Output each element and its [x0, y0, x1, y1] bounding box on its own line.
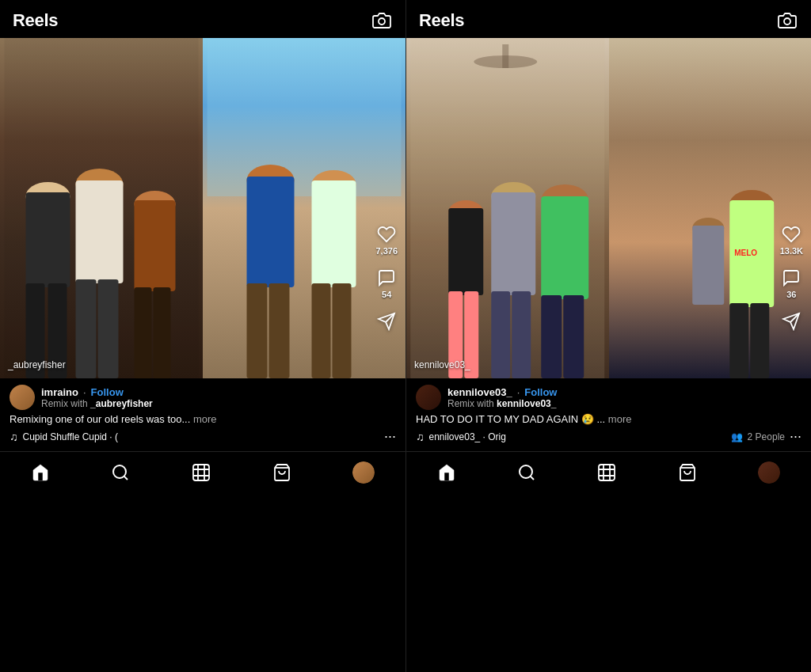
- remix-handle-1[interactable]: _aubreyfisher: [90, 398, 153, 409]
- action-buttons-1: 7,376 54: [375, 225, 398, 331]
- comment-count-2: 36: [786, 290, 796, 299]
- nav-home-1[interactable]: [21, 460, 59, 485]
- follow-button-2[interactable]: Follow: [524, 386, 557, 398]
- like-button-2[interactable]: 13.3K: [780, 225, 803, 256]
- comment-button-2[interactable]: 36: [782, 268, 801, 299]
- svg-rect-18: [269, 283, 290, 378]
- video-split-1[interactable]: _aubreyfisher: [0, 38, 406, 378]
- svg-rect-9: [98, 279, 119, 378]
- svg-rect-49: [729, 303, 748, 378]
- nav-reels-2[interactable]: [588, 460, 626, 485]
- video-username-left-2: kennilove03_: [414, 359, 470, 370]
- like-count-1: 7,376: [375, 246, 398, 256]
- avatar-2[interactable]: [416, 385, 441, 410]
- user-row-2: kennilove03_ · Follow Remix with kennilo…: [416, 385, 801, 410]
- user-info-1: imraino · Follow Remix with _aubreyfishe…: [41, 386, 396, 409]
- svg-rect-14: [208, 38, 402, 196]
- svg-point-54: [520, 465, 532, 478]
- header-1: Reels: [0, 0, 406, 38]
- nav-shop-1[interactable]: [263, 460, 301, 485]
- video-split-2[interactable]: kennilove03_ MELO: [406, 38, 811, 378]
- music-text-1[interactable]: Cupid Shuffle Cupid · (: [23, 431, 379, 442]
- profile-avatar-image-nav-2: [758, 461, 780, 484]
- phone-panel-2: Reels: [406, 0, 811, 672]
- bottom-nav-2: [406, 451, 811, 496]
- music-text-2[interactable]: ennilove03_ · Orig: [429, 431, 726, 442]
- comment-count-1: 54: [382, 290, 391, 299]
- more-dots-2[interactable]: ···: [790, 428, 801, 445]
- more-dots-1[interactable]: ···: [384, 428, 396, 445]
- header-title-1: Reels: [13, 10, 58, 31]
- nav-search-1[interactable]: [101, 460, 139, 485]
- svg-rect-42: [541, 196, 588, 299]
- more-link-2[interactable]: more: [608, 413, 632, 425]
- share-button-1[interactable]: [377, 312, 396, 331]
- avatar-image-2: [416, 385, 441, 410]
- caption-text-2: HAD TO DO IT TO MY DAD AGAIN 😢 ...: [416, 413, 605, 425]
- camera-icon-2[interactable]: [776, 9, 798, 32]
- remix-text-1: Remix with _aubreyfisher: [41, 398, 396, 409]
- svg-line-26: [124, 476, 128, 480]
- svg-rect-40: [512, 291, 531, 378]
- nav-reels-1[interactable]: [182, 460, 220, 485]
- music-row-2: ♫ ennilove03_ · Orig 👥 2 People ···: [416, 428, 801, 445]
- header-2: Reels: [406, 0, 811, 38]
- bottom-nav-1: [0, 451, 406, 496]
- svg-rect-43: [541, 295, 562, 378]
- svg-point-25: [113, 465, 126, 478]
- nav-profile-2[interactable]: [748, 458, 790, 487]
- comment-button-1[interactable]: 54: [377, 268, 396, 299]
- caption-1: Remixing one of our old reels was too...…: [10, 413, 396, 425]
- dot-2: ·: [517, 386, 520, 398]
- avatar-1[interactable]: [10, 385, 35, 410]
- username-1[interactable]: imraino: [41, 386, 78, 398]
- video-left-2[interactable]: kennilove03_: [406, 38, 609, 378]
- more-link-1[interactable]: more: [193, 413, 217, 425]
- music-row-1: ♫ Cupid Shuffle Cupid · ( ···: [10, 428, 396, 445]
- svg-rect-27: [193, 465, 209, 480]
- nav-shop-2[interactable]: [668, 460, 706, 485]
- like-count-2: 13.3K: [780, 246, 803, 256]
- nav-search-2[interactable]: [508, 460, 546, 485]
- svg-rect-39: [491, 291, 510, 378]
- follow-button-1[interactable]: Follow: [91, 386, 124, 398]
- svg-rect-3: [26, 192, 70, 287]
- people-icon-2: 👥: [731, 431, 743, 442]
- svg-rect-16: [247, 177, 295, 287]
- username-2[interactable]: kennilove03_: [447, 386, 512, 398]
- video-right-2[interactable]: MELO 13.3K 36: [609, 38, 812, 378]
- nav-profile-1[interactable]: [343, 458, 384, 487]
- music-icon-2: ♫: [416, 431, 425, 443]
- svg-rect-38: [491, 192, 535, 295]
- svg-rect-56: [599, 465, 615, 480]
- caption-2: HAD TO DO IT TO MY DAD AGAIN 😢 ... more: [416, 413, 801, 425]
- profile-avatar-nav-2[interactable]: [758, 461, 780, 484]
- svg-rect-32: [502, 44, 508, 68]
- profile-avatar-nav-1[interactable]: [352, 461, 375, 484]
- camera-icon-1[interactable]: [371, 9, 393, 32]
- svg-rect-8: [76, 279, 97, 378]
- share-button-2[interactable]: [782, 312, 801, 331]
- video-right-1[interactable]: 7,376 54: [203, 38, 406, 378]
- header-title-2: Reels: [419, 10, 464, 31]
- user-info-2: kennilove03_ · Follow Remix with kennilo…: [447, 386, 801, 409]
- people-text-2: 2 People: [748, 431, 785, 442]
- user-row-1: imraino · Follow Remix with _aubreyfishe…: [10, 385, 396, 410]
- remix-handle-2[interactable]: kennilove03_: [497, 398, 556, 409]
- music-icon-1: ♫: [10, 431, 18, 443]
- nav-home-2[interactable]: [428, 460, 466, 485]
- like-button-1[interactable]: 7,376: [375, 225, 398, 256]
- video-left-1[interactable]: _aubreyfisher: [0, 38, 203, 378]
- video-username-left-1: _aubreyfisher: [8, 359, 66, 370]
- svg-rect-11: [135, 200, 176, 291]
- remix-prefix-2: Remix with: [447, 398, 494, 409]
- svg-rect-20: [312, 180, 356, 287]
- svg-line-55: [531, 476, 534, 480]
- svg-rect-50: [750, 303, 769, 378]
- svg-text:MELO: MELO: [734, 249, 757, 257]
- svg-point-0: [379, 18, 385, 25]
- svg-rect-34: [448, 208, 483, 295]
- svg-rect-44: [563, 295, 584, 378]
- bottom-info-2: kennilove03_ · Follow Remix with kennilo…: [406, 378, 811, 451]
- phone-panel-1: Reels: [0, 0, 406, 672]
